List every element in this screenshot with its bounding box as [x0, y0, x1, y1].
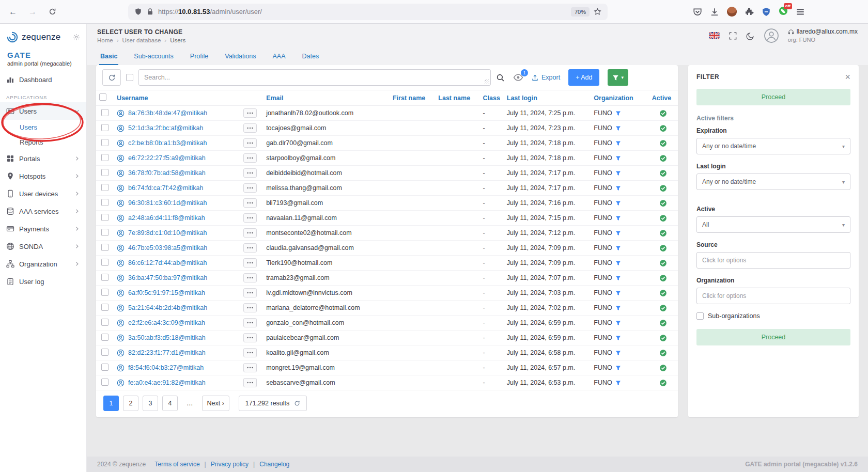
dark-mode-moon-icon[interactable]: [746, 32, 755, 40]
organization-input[interactable]: [696, 288, 850, 304]
profile-extension-icon[interactable]: [727, 7, 737, 17]
browser-reload-button[interactable]: [44, 4, 60, 20]
fullscreen-icon[interactable]: [729, 32, 737, 40]
sidebar-item-aaa-services[interactable]: AAA services: [0, 202, 86, 220]
org-funnel-icon[interactable]: [615, 365, 621, 371]
last-login-select[interactable]: Any or no date/time▾: [696, 174, 850, 190]
row-checkbox[interactable]: [101, 244, 109, 251]
row-checkbox[interactable]: [101, 379, 109, 386]
add-button[interactable]: + Add: [568, 69, 599, 86]
tracking-shield-icon[interactable]: [134, 8, 142, 15]
tab-validations[interactable]: Validations: [224, 53, 257, 65]
row-actions-button[interactable]: [243, 168, 257, 178]
org-funnel-icon[interactable]: [615, 155, 621, 161]
row-actions-button[interactable]: [243, 288, 257, 297]
username-link[interactable]: 8a:76:3b:48:de:47@mitikah: [117, 109, 237, 117]
row-actions-button[interactable]: [243, 198, 257, 208]
row-checkbox[interactable]: [101, 259, 109, 266]
sidebar-item-payments[interactable]: Payments: [0, 220, 86, 238]
username-link[interactable]: 7e:89:8d:c1:0d:10@mitikah: [117, 229, 237, 237]
select-all-checkbox[interactable]: [126, 74, 133, 81]
org-funnel-icon[interactable]: [615, 245, 621, 251]
username-link[interactable]: 46:7b:e5:03:98:a5@mitikah: [117, 244, 237, 252]
expiration-select[interactable]: Any or no date/time▾: [696, 138, 850, 154]
org-funnel-icon[interactable]: [615, 290, 621, 296]
tab-aaa[interactable]: AAA: [271, 53, 286, 65]
sidebar-item-sonda[interactable]: SONDA: [0, 238, 86, 255]
sidebar-item-user-log[interactable]: User log: [0, 273, 86, 290]
row-actions-button[interactable]: [243, 138, 257, 148]
sidebar-item-hotspots[interactable]: Hotspots: [0, 167, 86, 185]
column-header-username[interactable]: Username: [114, 90, 240, 106]
row-checkbox[interactable]: [101, 304, 109, 311]
org-funnel-icon[interactable]: [615, 230, 621, 236]
row-checkbox[interactable]: [101, 319, 109, 326]
row-actions-button[interactable]: [243, 243, 257, 253]
sidebar-item-users[interactable]: Users: [0, 102, 86, 120]
org-funnel-icon[interactable]: [615, 260, 621, 266]
row-actions-button[interactable]: [243, 123, 257, 133]
row-actions-button[interactable]: [243, 273, 257, 282]
results-count-box[interactable]: 171,292 results: [239, 396, 307, 411]
column-header-organization[interactable]: Organization: [591, 90, 648, 106]
row-actions-button[interactable]: [243, 333, 257, 342]
sidebar-item-user-devices[interactable]: User devices: [0, 185, 86, 202]
row-actions-button[interactable]: [243, 318, 257, 327]
column-header-class[interactable]: Class: [480, 90, 504, 106]
breadcrumb-item-home[interactable]: Home: [97, 37, 113, 43]
source-input[interactable]: [696, 252, 850, 269]
tab-dates[interactable]: Dates: [301, 53, 320, 65]
row-checkbox[interactable]: [101, 199, 109, 206]
sidebar-item-organization[interactable]: Organization: [0, 255, 86, 273]
org-funnel-icon[interactable]: [615, 125, 621, 131]
adblock-shield-icon[interactable]: [762, 7, 771, 17]
page-button-1[interactable]: 1: [103, 396, 119, 411]
extension-puzzle-icon[interactable]: [745, 7, 754, 17]
row-checkbox[interactable]: [101, 214, 109, 221]
bookmark-star-icon[interactable]: [594, 8, 601, 15]
gear-icon[interactable]: [73, 34, 80, 41]
row-checkbox[interactable]: [101, 154, 109, 161]
org-funnel-icon[interactable]: [615, 350, 621, 356]
row-actions-button[interactable]: [243, 153, 257, 163]
username-link[interactable]: e2:f2:e6:a4:3c:09@mitikah: [117, 319, 237, 327]
username-link[interactable]: fe:a0:e4:ae:91:82@mitikah: [117, 379, 237, 387]
active-select[interactable]: All▾: [696, 216, 850, 233]
language-flag-icon[interactable]: [709, 32, 720, 39]
username-link[interactable]: a2:48:a6:d4:11:f8@mitikah: [117, 214, 237, 222]
refresh-results-icon[interactable]: [294, 400, 300, 406]
whatsapp-extension-button[interactable]: off: [779, 6, 788, 17]
org-funnel-icon[interactable]: [615, 170, 621, 176]
filter-proceed-bottom-button[interactable]: Proceed: [696, 329, 850, 345]
username-link[interactable]: 6a:f0:5c:91:97:15@mitikah: [117, 289, 237, 297]
pocket-icon[interactable]: [693, 7, 702, 17]
lock-icon[interactable]: [146, 8, 154, 15]
next-page-button[interactable]: Next ›: [202, 396, 229, 411]
page-button-3[interactable]: 3: [143, 396, 158, 411]
filter-close-icon[interactable]: ×: [845, 72, 850, 82]
refresh-button[interactable]: [102, 69, 121, 86]
org-funnel-icon[interactable]: [615, 200, 621, 206]
username-link[interactable]: e6:72:22:27:f5:a9@mitikah: [117, 154, 237, 162]
username-link[interactable]: 52:1d:3a:2f:bc:af@mitikah: [117, 124, 237, 132]
row-checkbox[interactable]: [101, 334, 109, 341]
org-funnel-icon[interactable]: [615, 140, 621, 146]
username-link[interactable]: b6:74:fd:ca:7f:42@mitikah: [117, 184, 237, 192]
sub-organizations-option[interactable]: Sub-organizations: [696, 312, 850, 320]
sidebar-subitem-reports[interactable]: Reports: [0, 135, 86, 150]
column-visibility-button[interactable]: 1: [513, 73, 523, 82]
footer-link-terms-of-service[interactable]: Terms of service: [154, 461, 199, 468]
row-checkbox[interactable]: [101, 169, 109, 176]
org-funnel-icon[interactable]: [615, 380, 621, 386]
org-funnel-icon[interactable]: [615, 111, 621, 116]
row-checkbox[interactable]: [101, 124, 109, 131]
page-button-4[interactable]: 4: [162, 396, 178, 411]
row-actions-button[interactable]: [243, 108, 257, 118]
row-actions-button[interactable]: [243, 363, 257, 372]
search-input[interactable]: [138, 69, 491, 86]
username-link[interactable]: f8:54:f6:04:b3:27@mitikah: [117, 364, 237, 372]
username-link[interactable]: 5a:21:64:4b:2d:4b@mitikah: [117, 304, 237, 312]
sub-organizations-checkbox[interactable]: [696, 312, 704, 320]
row-checkbox[interactable]: [101, 184, 109, 191]
browser-forward-button[interactable]: →: [25, 4, 40, 20]
